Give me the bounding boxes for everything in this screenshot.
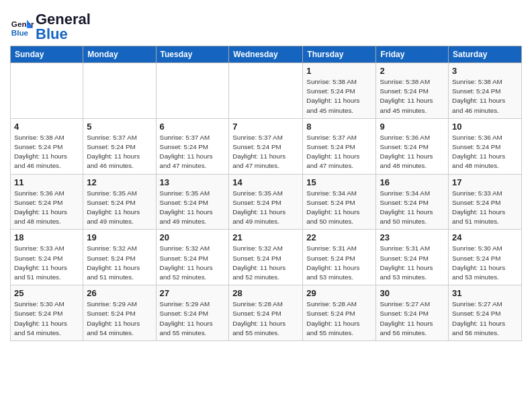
day-info: Sunrise: 5:34 AMSunset: 5:24 PMDaylight:… (306, 189, 372, 227)
day-info: Sunrise: 5:35 AMSunset: 5:24 PMDaylight:… (87, 189, 152, 227)
day-info: Sunrise: 5:38 AMSunset: 5:24 PMDaylight:… (452, 77, 518, 116)
calendar-day-cell: 26Sunrise: 5:29 AMSunset: 5:24 PMDayligh… (83, 285, 156, 341)
calendar-col-header: Wednesday (229, 46, 303, 63)
calendar-day-cell (11, 63, 83, 119)
day-number: 30 (380, 288, 445, 298)
day-number: 16 (380, 177, 445, 187)
calendar-table: SundayMondayTuesdayWednesdayThursdayFrid… (10, 46, 522, 341)
calendar-day-cell: 27Sunrise: 5:29 AMSunset: 5:24 PMDayligh… (156, 285, 229, 341)
day-number: 5 (87, 122, 152, 132)
day-number: 10 (452, 122, 518, 132)
day-number: 2 (380, 66, 445, 76)
day-info: Sunrise: 5:37 AMSunset: 5:24 PMDaylight:… (160, 133, 226, 171)
calendar-day-cell: 14Sunrise: 5:35 AMSunset: 5:24 PMDayligh… (229, 174, 303, 230)
day-number: 3 (452, 66, 518, 76)
calendar-day-cell: 22Sunrise: 5:31 AMSunset: 5:24 PMDayligh… (303, 230, 376, 285)
day-info: Sunrise: 5:27 AMSunset: 5:24 PMDaylight:… (380, 300, 445, 338)
day-info: Sunrise: 5:36 AMSunset: 5:24 PMDaylight:… (380, 133, 445, 171)
calendar-day-cell: 17Sunrise: 5:33 AMSunset: 5:24 PMDayligh… (449, 174, 522, 230)
day-number: 29 (306, 288, 372, 298)
day-info: Sunrise: 5:33 AMSunset: 5:24 PMDaylight:… (14, 244, 79, 282)
calendar-day-cell: 21Sunrise: 5:32 AMSunset: 5:24 PMDayligh… (229, 230, 303, 285)
day-info: Sunrise: 5:31 AMSunset: 5:24 PMDaylight:… (380, 244, 445, 282)
calendar-day-cell: 19Sunrise: 5:32 AMSunset: 5:24 PMDayligh… (83, 230, 156, 285)
calendar-col-header: Saturday (449, 46, 522, 63)
day-info: Sunrise: 5:37 AMSunset: 5:24 PMDaylight:… (232, 133, 299, 171)
calendar-day-cell: 24Sunrise: 5:30 AMSunset: 5:24 PMDayligh… (449, 230, 522, 285)
day-info: Sunrise: 5:38 AMSunset: 5:24 PMDaylight:… (380, 77, 445, 116)
calendar-day-cell: 3Sunrise: 5:38 AMSunset: 5:24 PMDaylight… (449, 63, 522, 119)
day-number: 9 (380, 122, 445, 132)
day-number: 7 (232, 122, 299, 132)
day-number: 28 (232, 288, 299, 298)
day-number: 6 (160, 122, 226, 132)
day-number: 26 (87, 288, 152, 298)
day-number: 8 (306, 122, 372, 132)
day-info: Sunrise: 5:32 AMSunset: 5:24 PMDaylight:… (160, 244, 226, 282)
calendar-header-row: SundayMondayTuesdayWednesdayThursdayFrid… (11, 46, 522, 63)
calendar-day-cell: 15Sunrise: 5:34 AMSunset: 5:24 PMDayligh… (303, 174, 376, 230)
calendar-day-cell: 29Sunrise: 5:28 AMSunset: 5:24 PMDayligh… (303, 285, 376, 341)
logo-blue-text: Blue (36, 26, 68, 42)
day-number: 19 (87, 232, 152, 242)
day-number: 14 (232, 177, 299, 187)
day-info: Sunrise: 5:30 AMSunset: 5:24 PMDaylight:… (452, 244, 518, 282)
logo-icon: General Blue (10, 15, 34, 39)
calendar-day-cell: 16Sunrise: 5:34 AMSunset: 5:24 PMDayligh… (376, 174, 449, 230)
calendar-day-cell: 4Sunrise: 5:38 AMSunset: 5:24 PMDaylight… (11, 118, 83, 174)
calendar-day-cell: 12Sunrise: 5:35 AMSunset: 5:24 PMDayligh… (83, 174, 156, 230)
day-info: Sunrise: 5:32 AMSunset: 5:24 PMDaylight:… (87, 244, 152, 282)
day-info: Sunrise: 5:37 AMSunset: 5:24 PMDaylight:… (87, 133, 152, 171)
calendar-week-row: 1Sunrise: 5:38 AMSunset: 5:24 PMDaylight… (11, 63, 522, 119)
calendar-day-cell (156, 63, 229, 119)
calendar-day-cell: 25Sunrise: 5:30 AMSunset: 5:24 PMDayligh… (11, 285, 83, 341)
calendar-col-header: Thursday (303, 46, 376, 63)
day-info: Sunrise: 5:36 AMSunset: 5:24 PMDaylight:… (14, 189, 79, 227)
header: General Blue General Blue (10, 7, 522, 42)
calendar-col-header: Sunday (11, 46, 83, 63)
calendar-day-cell: 28Sunrise: 5:28 AMSunset: 5:24 PMDayligh… (229, 285, 303, 341)
calendar-day-cell: 5Sunrise: 5:37 AMSunset: 5:24 PMDaylight… (83, 118, 156, 174)
calendar-day-cell: 20Sunrise: 5:32 AMSunset: 5:24 PMDayligh… (156, 230, 229, 285)
day-info: Sunrise: 5:38 AMSunset: 5:24 PMDaylight:… (14, 133, 79, 171)
calendar-day-cell: 9Sunrise: 5:36 AMSunset: 5:24 PMDaylight… (376, 118, 449, 174)
day-number: 21 (232, 232, 299, 242)
day-number: 12 (87, 177, 152, 187)
day-number: 22 (306, 232, 372, 242)
page: General Blue General Blue SundayMondayTu… (0, 0, 532, 351)
calendar-day-cell: 18Sunrise: 5:33 AMSunset: 5:24 PMDayligh… (11, 230, 83, 285)
day-info: Sunrise: 5:34 AMSunset: 5:24 PMDaylight:… (380, 189, 445, 227)
day-info: Sunrise: 5:37 AMSunset: 5:24 PMDaylight:… (306, 133, 372, 171)
day-info: Sunrise: 5:28 AMSunset: 5:24 PMDaylight:… (232, 300, 299, 338)
calendar-day-cell: 8Sunrise: 5:37 AMSunset: 5:24 PMDaylight… (303, 118, 376, 174)
day-number: 17 (452, 177, 518, 187)
day-number: 4 (14, 122, 79, 132)
calendar-day-cell: 6Sunrise: 5:37 AMSunset: 5:24 PMDaylight… (156, 118, 229, 174)
day-info: Sunrise: 5:36 AMSunset: 5:24 PMDaylight:… (452, 133, 518, 171)
calendar-col-header: Tuesday (156, 46, 229, 63)
calendar-day-cell: 30Sunrise: 5:27 AMSunset: 5:24 PMDayligh… (376, 285, 449, 341)
calendar-week-row: 18Sunrise: 5:33 AMSunset: 5:24 PMDayligh… (11, 230, 522, 285)
day-number: 20 (160, 232, 226, 242)
day-info: Sunrise: 5:38 AMSunset: 5:24 PMDaylight:… (306, 77, 372, 116)
calendar-day-cell: 13Sunrise: 5:35 AMSunset: 5:24 PMDayligh… (156, 174, 229, 230)
calendar-day-cell: 31Sunrise: 5:27 AMSunset: 5:24 PMDayligh… (449, 285, 522, 341)
day-number: 25 (14, 288, 79, 298)
calendar-day-cell: 1Sunrise: 5:38 AMSunset: 5:24 PMDaylight… (303, 63, 376, 119)
svg-text:Blue: Blue (11, 28, 29, 37)
day-info: Sunrise: 5:28 AMSunset: 5:24 PMDaylight:… (306, 300, 372, 338)
day-info: Sunrise: 5:31 AMSunset: 5:24 PMDaylight:… (306, 244, 372, 282)
calendar-week-row: 4Sunrise: 5:38 AMSunset: 5:24 PMDaylight… (11, 118, 522, 174)
calendar-day-cell (83, 63, 156, 119)
day-number: 18 (14, 232, 79, 242)
day-number: 24 (452, 232, 518, 242)
day-info: Sunrise: 5:33 AMSunset: 5:24 PMDaylight:… (452, 189, 518, 227)
calendar-day-cell: 7Sunrise: 5:37 AMSunset: 5:24 PMDaylight… (229, 118, 303, 174)
day-number: 13 (160, 177, 226, 187)
day-number: 23 (380, 232, 445, 242)
day-info: Sunrise: 5:27 AMSunset: 5:24 PMDaylight:… (452, 300, 518, 338)
calendar-day-cell (229, 63, 303, 119)
day-info: Sunrise: 5:29 AMSunset: 5:24 PMDaylight:… (160, 300, 226, 338)
day-info: Sunrise: 5:30 AMSunset: 5:24 PMDaylight:… (14, 300, 79, 338)
logo-area: General Blue General Blue (10, 7, 91, 42)
